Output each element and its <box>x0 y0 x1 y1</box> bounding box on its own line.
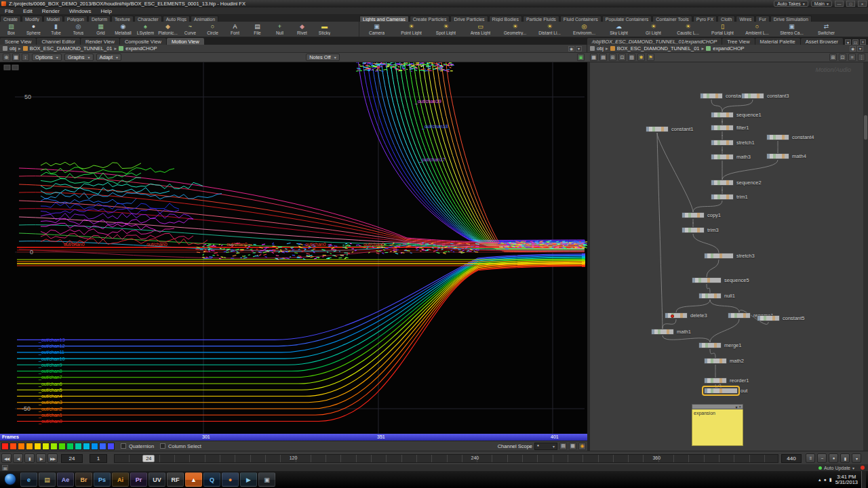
shelf-tab-fur[interactable]: Fur <box>755 16 770 22</box>
scrollbar-thumb[interactable] <box>864 115 867 140</box>
tray-icon-2[interactable]: ▮ <box>829 477 832 483</box>
shelf-tool-gi-light[interactable]: ☀GI Light <box>636 22 671 37</box>
path-menu-icon[interactable]: ▾ <box>857 46 863 52</box>
shelf-tool-sphere[interactable]: ●Sphere <box>22 22 45 37</box>
network-node-math4[interactable]: math4 <box>766 153 806 159</box>
shelf-tool-tube[interactable]: ▮Tube <box>45 22 67 37</box>
menu-edit[interactable]: Edit <box>18 7 37 14</box>
node-body[interactable] <box>646 126 669 132</box>
taskbar-icon-firefox[interactable]: ● <box>222 472 239 487</box>
shelf-tab-create-particles[interactable]: Create Particles <box>410 16 450 22</box>
net-color-icon[interactable]: ✱ <box>637 54 645 61</box>
network-node-sequence1[interactable]: sequence1 <box>711 112 762 118</box>
shelf-tab-animation[interactable]: Animation <box>191 16 218 22</box>
shelf-tool-distant-light[interactable]: ☀Distant Li... <box>532 22 567 37</box>
loop-icon[interactable]: ~ <box>817 453 827 463</box>
network-node-delete3[interactable]: delete3 <box>665 312 707 319</box>
shelf-tool-stereo-camera[interactable]: ▣Stereo Ca... <box>774 22 809 37</box>
breadcrumb-root[interactable]: obj <box>9 45 16 52</box>
sticky-note[interactable]: ▾ × expansion <box>692 404 743 446</box>
shelf-tab-cloth[interactable]: Cloth <box>717 16 735 22</box>
motion-view-graph[interactable]: 500-50_out/chan0_out/chan0_out/chan0_out… <box>0 62 587 434</box>
shelf-tool-caustic-light[interactable]: ☀Caustic L... <box>671 22 705 37</box>
shelf-tab-particle-fluids[interactable]: Particle Fluids <box>523 16 559 22</box>
channel-swatch-out-chan13[interactable] <box>107 443 115 450</box>
frames-scrollbar[interactable]: Frames 301351401 <box>0 434 587 441</box>
shelf-tool-portal-light[interactable]: ▯Portal Light <box>705 22 740 37</box>
network-node-sequence2[interactable]: sequence2 <box>711 180 762 186</box>
node-body[interactable] <box>766 134 789 140</box>
tab-scene-view[interactable]: Scene View <box>0 38 36 45</box>
notes-dropdown[interactable]: Notes Off▾ <box>306 54 340 61</box>
shelf-tool-camera[interactable]: ▣Camera <box>359 22 394 37</box>
shelf-tab-wires[interactable]: Wires <box>736 16 755 22</box>
scope-pin-icon[interactable]: ◉ <box>578 443 586 450</box>
shelf-tab-auto-rigs[interactable]: Auto Rigs <box>163 16 190 22</box>
channel-swatch-out-chan9[interactable] <box>75 443 82 450</box>
shelf-tab-populate-containers[interactable]: Populate Containers <box>602 16 652 22</box>
node-body[interactable] <box>766 153 789 159</box>
shelf-tab-polygon[interactable]: Polygon <box>64 16 87 22</box>
network-node-constant5[interactable]: constant5 <box>757 315 805 321</box>
column-select-checkbox[interactable] <box>160 443 165 449</box>
channel-swatch-out-chan8[interactable] <box>66 443 74 450</box>
shelf-tool-geometry-light[interactable]: ☀Geometry... <box>498 22 532 37</box>
sticky-note-header[interactable]: ▾ × <box>692 404 743 409</box>
breadcrumb-parent[interactable]: BOX_ESC_DIAMOND_TUNNEL_01 <box>30 45 113 52</box>
node-body[interactable] <box>651 329 674 335</box>
path-menu-icon[interactable]: ▾ <box>576 46 582 52</box>
network-node-copy1[interactable]: copy1 <box>682 212 721 218</box>
pane-menu-icon[interactable]: ▾ <box>845 39 851 45</box>
taskbar-icon-media-player[interactable]: ▶ <box>240 472 257 487</box>
net-grid-icon[interactable]: ⊞ <box>609 54 616 61</box>
taskbar-icon-premiere[interactable]: Pr <box>130 472 147 487</box>
taskbar-icon-bridge[interactable]: Br <box>75 472 92 487</box>
path-pin-icon[interactable]: ◉ <box>568 46 574 52</box>
shelf-tool-null[interactable]: +Null <box>269 22 291 37</box>
shelf-tool-point-light[interactable]: ☀Point Light <box>394 22 429 37</box>
show-desktop-button[interactable] <box>861 471 866 488</box>
tab-render-view[interactable]: Render View <box>81 38 119 45</box>
realtime-toggle-icon[interactable]: ▮ <box>840 453 850 463</box>
memory-usage-icon[interactable]: ▣ <box>577 54 585 61</box>
shelf-tool-torus[interactable]: ◎Torus <box>67 22 90 37</box>
node-body[interactable] <box>711 125 734 131</box>
net-layout-icon[interactable]: ▦ <box>590 54 597 61</box>
tray-icon-0[interactable]: ▴ <box>818 477 821 483</box>
shelf-tool-switcher[interactable]: ⇄Switcher <box>809 22 844 37</box>
net-notes-icon[interactable]: ▧ <box>628 54 635 61</box>
current-frame-field[interactable]: 24 <box>61 454 83 463</box>
network-node-math2[interactable]: math2 <box>704 358 744 364</box>
node-body[interactable] <box>711 180 734 186</box>
node-body[interactable] <box>698 293 722 299</box>
graph-scale-icon[interactable]: ↕ <box>22 54 29 61</box>
audio-toggle-icon[interactable]: ● <box>829 453 838 463</box>
menu-help[interactable]: Help <box>96 7 116 14</box>
auto-takes-dropdown[interactable]: Auto Takes▾ <box>774 1 808 7</box>
shelf-tool-spot-light[interactable]: ☀Spot Light <box>429 22 463 37</box>
graph-frame-icon[interactable]: ▦ <box>12 54 20 61</box>
network-node-math1[interactable]: math1 <box>651 329 691 335</box>
minimize-button[interactable]: — <box>835 1 844 7</box>
shelf-tool-curve[interactable]: ~Curve <box>179 22 201 37</box>
network-node-trim3[interactable]: trim3 <box>682 227 719 233</box>
taskbar-icon-photoshop[interactable]: Ps <box>94 472 111 487</box>
take-selector[interactable]: Main▾ <box>811 1 832 7</box>
network-node-out[interactable]: out <box>704 388 747 394</box>
playhead-indicator[interactable]: 24 <box>142 455 155 462</box>
shelf-tool-box[interactable]: ▧Box <box>0 22 22 37</box>
node-body[interactable] <box>682 212 705 218</box>
breadcrumb-root[interactable]: obj <box>597 45 604 52</box>
network-node-reorder1[interactable]: reorder1 <box>704 378 749 384</box>
taskbar-icon-utility-app[interactable]: ▣ <box>258 472 275 487</box>
network-scrollbar[interactable] <box>863 62 868 451</box>
taskbar-icon-internet-explorer[interactable]: e <box>20 472 37 487</box>
node-body[interactable] <box>700 93 723 99</box>
node-body[interactable] <box>757 315 780 321</box>
network-editor-canvas[interactable]: Motion/Audio constant2constant3sequence1… <box>590 62 863 451</box>
sticky-close-icon[interactable]: × <box>738 405 741 409</box>
network-node-constant1[interactable]: constant1 <box>646 126 694 132</box>
network-node-filter1[interactable]: filter1 <box>711 125 749 131</box>
shelf-tool-file[interactable]: ▤File <box>246 22 269 37</box>
taskbar-icon-after-effects[interactable]: Ae <box>57 472 74 487</box>
